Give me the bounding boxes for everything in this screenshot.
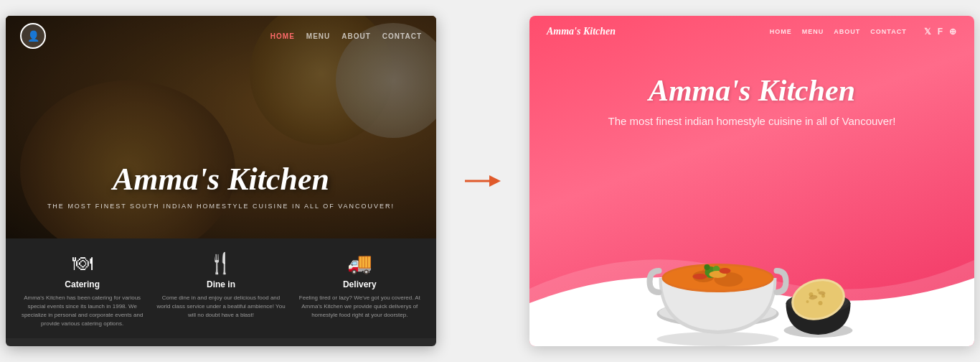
- left-subtitle: THE MOST FINEST SOUTH INDIAN HOMESTYLE C…: [6, 203, 436, 210]
- right-title: Amma's Kitchen: [529, 73, 974, 108]
- svg-point-15: [693, 274, 707, 279]
- right-nav-contact[interactable]: CONTACT: [870, 28, 906, 35]
- right-hero-content: Amma's Kitchen The most finest indian ho…: [529, 73, 974, 127]
- left-hero: 👤 HOME MENU ABOUT CONTACT Amma's Kitchen…: [6, 16, 436, 238]
- right-nav-about[interactable]: ABOUT: [834, 28, 860, 35]
- twitter-icon[interactable]: 𝕏: [924, 27, 932, 37]
- left-panel: 👤 HOME MENU ABOUT CONTACT Amma's Kitchen…: [6, 16, 436, 346]
- nav-contact[interactable]: CONTACT: [382, 32, 422, 40]
- arrow-container: [465, 172, 501, 190]
- dinein-desc: Come dine in and enjoy our delicious foo…: [156, 294, 286, 320]
- right-nav-menu[interactable]: MENU: [802, 28, 824, 35]
- delivery-icon: 🚚: [295, 251, 424, 275]
- svg-point-12: [705, 264, 710, 270]
- catering-title: Catering: [18, 279, 147, 289]
- right-subtitle: The most finest indian homestyle cuisine…: [529, 115, 974, 127]
- naan-bowl-illustration: [779, 267, 858, 339]
- service-dinein: 🍴 Dine in Come dine in and enjoy our del…: [156, 251, 286, 328]
- svg-marker-1: [489, 175, 501, 187]
- left-nav-links: HOME MENU ABOUT CONTACT: [270, 32, 422, 40]
- curry-bowl-illustration: [646, 221, 790, 346]
- nav-home[interactable]: HOME: [270, 32, 295, 40]
- left-title: Amma's Kitchen: [6, 162, 436, 197]
- delivery-title: Delivery: [295, 279, 424, 289]
- right-logo: Amma's Kitchen: [547, 26, 616, 37]
- dinein-icon: 🍴: [156, 251, 286, 275]
- svg-point-24: [806, 300, 809, 303]
- delivery-desc: Feeling tired or lazy? We've got you cov…: [295, 294, 424, 320]
- food-illustration: [646, 221, 858, 346]
- facebook-icon[interactable]: f: [938, 27, 943, 37]
- right-arrow-icon: [465, 172, 501, 190]
- svg-point-25: [819, 301, 823, 305]
- left-logo-icon: 👤: [20, 23, 46, 49]
- right-panel: Amma's Kitchen HOME MENU ABOUT CONTACT 𝕏…: [529, 16, 974, 346]
- catering-icon: 🍽: [18, 251, 147, 275]
- left-hero-content: Amma's Kitchen THE MOST FINEST SOUTH IND…: [6, 162, 436, 210]
- svg-point-22: [817, 289, 820, 292]
- nav-about[interactable]: ABOUT: [341, 32, 371, 40]
- right-social-links: 𝕏 f ⊕: [924, 27, 957, 37]
- catering-desc: Amma's Kitchen has been catering for var…: [18, 294, 147, 328]
- nav-menu[interactable]: MENU: [306, 32, 330, 40]
- right-nav-links: HOME MENU ABOUT CONTACT 𝕏 f ⊕: [770, 27, 957, 37]
- right-nav-home[interactable]: HOME: [770, 28, 792, 35]
- right-nav: Amma's Kitchen HOME MENU ABOUT CONTACT 𝕏…: [529, 16, 974, 47]
- left-nav: 👤 HOME MENU ABOUT CONTACT: [6, 16, 436, 56]
- left-bottom-section: 🍽 Catering Amma's Kitchen has been cater…: [6, 238, 436, 338]
- service-delivery: 🚚 Delivery Feeling tired or lazy? We've …: [295, 251, 424, 328]
- dinein-title: Dine in: [156, 279, 286, 289]
- instagram-icon[interactable]: ⊕: [949, 27, 957, 37]
- service-catering: 🍽 Catering Amma's Kitchen has been cater…: [18, 251, 147, 328]
- svg-point-14: [720, 268, 731, 274]
